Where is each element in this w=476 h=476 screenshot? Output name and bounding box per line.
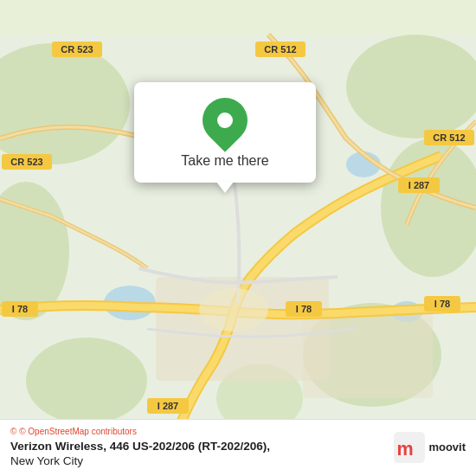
- svg-text:I 287: I 287: [408, 180, 429, 190]
- svg-text:I 78: I 78: [12, 304, 28, 314]
- svg-text:I 287: I 287: [158, 401, 178, 411]
- map-background: CR 523 CR 512 CR 523 CR 512 I 78 I 78 I …: [0, 0, 476, 476]
- bottom-left-info: © © OpenStreetMap contributors Verizon W…: [10, 427, 270, 467]
- svg-rect-12: [303, 312, 433, 398]
- osm-credit: © © OpenStreetMap contributors: [10, 427, 270, 436]
- svg-point-13: [199, 288, 268, 331]
- svg-text:m: m: [397, 438, 414, 460]
- location-subtitle: New York City: [10, 454, 270, 467]
- svg-text:I 78: I 78: [296, 304, 312, 314]
- bottom-bar: © © OpenStreetMap contributors Verizon W…: [0, 419, 476, 476]
- marker-center-dot: [217, 113, 233, 128]
- svg-text:CR 512: CR 512: [433, 132, 465, 143]
- svg-text:CR 512: CR 512: [264, 44, 296, 55]
- map-container: CR 523 CR 512 CR 523 CR 512 I 78 I 78 I …: [0, 0, 476, 476]
- moovit-logo: m moovit: [394, 432, 466, 463]
- moovit-text-label: moovit: [428, 441, 466, 453]
- svg-text:CR 523: CR 523: [10, 157, 42, 167]
- popup-card: Take me there: [134, 82, 316, 183]
- svg-text:I 78: I 78: [434, 299, 450, 309]
- take-me-there-button[interactable]: Take me there: [181, 153, 268, 169]
- svg-text:CR 523: CR 523: [61, 44, 93, 55]
- svg-point-6: [26, 338, 147, 424]
- copyright-symbol: ©: [10, 427, 16, 436]
- map-marker-icon: [193, 88, 257, 152]
- location-title: Verizon Wireless, 446 US-202/206 (RT-202…: [10, 439, 270, 454]
- moovit-logo-icon: m: [394, 432, 425, 463]
